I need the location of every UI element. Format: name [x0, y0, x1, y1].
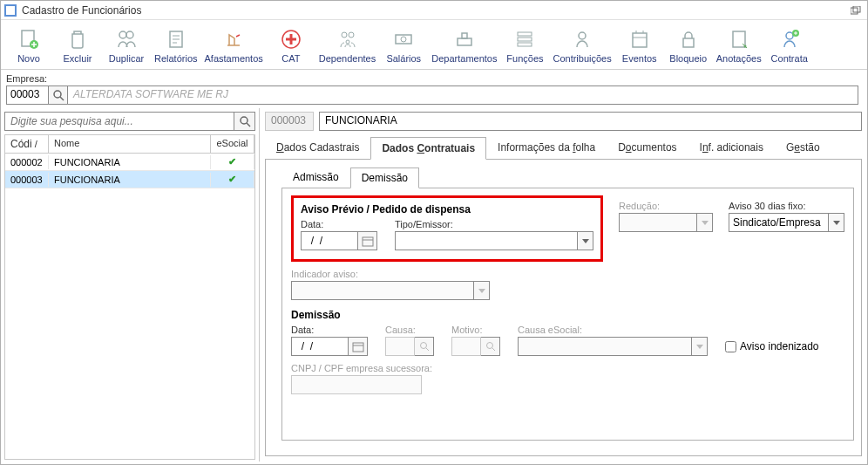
causa-label: Causa: — [385, 325, 434, 335]
toolbar-relatorios[interactable]: Relatórios — [151, 25, 201, 65]
toolbar-bloqueio[interactable]: Bloqueio — [664, 25, 713, 65]
window-restore-button[interactable] — [848, 4, 864, 17]
calendar-icon[interactable] — [358, 231, 377, 250]
employee-search-button[interactable] — [234, 112, 255, 131]
toolbar-dependentes[interactable]: Dependentes — [315, 25, 379, 65]
row-esocial-check-icon: ✔ — [211, 154, 254, 169]
subtab-admissao[interactable]: Admissão — [281, 167, 350, 188]
toolbar-eventos[interactable]: Eventos — [615, 25, 664, 65]
empresa-label: Empresa: — [6, 73, 862, 84]
aviso30-combo[interactable] — [729, 213, 829, 232]
sub-panel: Aviso Prévio / Pedido de dispensa Data: — [281, 188, 854, 441]
reducao-label: Redução: — [619, 201, 713, 211]
dropdown-icon[interactable] — [578, 231, 593, 250]
tab-dados-cadastrais[interactable]: Dados Cadastrais — [265, 136, 370, 159]
tab-panel: Admissão Demissão Aviso Prévio / Pedido … — [265, 159, 862, 456]
app-icon — [4, 4, 17, 17]
aviso-indenizado-checkbox[interactable] — [725, 341, 736, 352]
toolbar-funcoes[interactable]: Funções — [500, 25, 549, 65]
table-row[interactable]: 000003 FUNCIONARIA ✔ — [5, 171, 254, 188]
toolbar: Novo Excluir Duplicar Relatórios Afastam… — [1, 20, 867, 70]
toolbar-salarios[interactable]: Salários — [379, 25, 428, 65]
toolbar-departamentos[interactable]: Departamentos — [428, 25, 500, 65]
row-esocial-check-icon: ✔ — [211, 172, 254, 187]
tab-informacoes-folha[interactable]: Informações da folha — [486, 136, 607, 159]
toolbar-label: Bloqueio — [669, 53, 707, 64]
aviso-tipo-label: Tipo/Emissor: — [395, 219, 593, 229]
empresa-name-display: ALTERDATA SOFTWARE ME RJ — [68, 86, 858, 104]
aviso-data-input[interactable] — [301, 231, 358, 250]
toolbar-contribuicoes[interactable]: Contribuições — [549, 25, 614, 65]
svg-rect-16 — [462, 33, 467, 38]
reducao-combo — [619, 213, 697, 232]
toolbar-label: Excluir — [63, 53, 92, 64]
svg-point-28 — [241, 117, 248, 124]
toolbar-novo[interactable]: Novo — [4, 25, 53, 65]
toolbar-label: Novo — [17, 53, 40, 64]
toolbar-anotacoes[interactable]: Anotações — [713, 25, 765, 65]
toolbar-label: Anotações — [716, 53, 762, 64]
causa-esocial-label: Causa eSocial: — [518, 325, 708, 335]
toolbar-duplicar[interactable]: Duplicar — [102, 25, 151, 65]
empresa-box: 00003 ALTERDATA SOFTWARE ME RJ — [6, 85, 858, 105]
motivo-label: Motivo: — [451, 325, 500, 335]
delete-icon — [65, 27, 90, 51]
svg-point-20 — [579, 32, 586, 39]
dropdown-icon[interactable] — [829, 213, 844, 232]
employee-search-input[interactable] — [4, 112, 234, 131]
subtab-demissao[interactable]: Demissão — [350, 168, 419, 188]
svg-rect-19 — [518, 43, 532, 46]
toolbar-cat[interactable]: CAT — [267, 25, 315, 65]
tab-dados-contratuais[interactable]: Dados Contratuais — [370, 137, 486, 160]
salaries-icon — [391, 27, 416, 51]
grid-header-codi[interactable]: Códi / — [5, 135, 49, 153]
svg-point-14 — [401, 37, 406, 42]
svg-rect-22 — [683, 38, 694, 47]
dependents-icon — [336, 27, 360, 51]
toolbar-label: Funções — [506, 53, 543, 64]
tab-inf-adicionais[interactable]: Inf. adicionais — [688, 136, 775, 159]
demissao-data-input[interactable] — [291, 337, 349, 356]
new-icon — [17, 27, 41, 51]
empresa-code-input[interactable]: 00003 — [7, 86, 49, 104]
toolbar-excluir[interactable]: Excluir — [53, 25, 102, 65]
aviso-tipo-combo[interactable] — [395, 231, 578, 250]
grid-header-nome[interactable]: Nome — [49, 135, 211, 153]
toolbar-label: Salários — [386, 53, 421, 64]
tab-documentos[interactable]: Documentos — [607, 136, 688, 159]
sub-tabs: Admissão Demissão — [281, 167, 854, 188]
aviso-section-title: Aviso Prévio / Pedido de dispensa — [301, 203, 593, 215]
grid-header-esocial[interactable]: eSocial — [211, 135, 254, 153]
departments-icon — [452, 27, 477, 51]
table-row[interactable]: 000002 FUNCIONARIA ✔ — [5, 154, 254, 171]
aviso-data-label: Data: — [301, 219, 377, 229]
cnpj-label: CNPJ / CPF empresa sucessora: — [291, 363, 844, 373]
svg-rect-3 — [853, 6, 860, 12]
svg-rect-21 — [633, 33, 647, 47]
aviso30-label: Aviso 30 dias fixo: — [729, 201, 844, 211]
toolbar-afastamentos[interactable]: Afastamentos — [201, 25, 267, 65]
selected-name-input[interactable]: FUNCIONARIA — [319, 112, 862, 131]
tab-gestao[interactable]: Gestão — [775, 136, 831, 159]
demissao-data-label: Data: — [291, 325, 368, 335]
left-pane: Códi / Nome eSocial 000002 FUNCIONARIA ✔… — [1, 108, 260, 462]
toolbar-contratacao[interactable]: Contrata — [765, 25, 814, 65]
functions-icon — [512, 27, 537, 51]
events-icon — [627, 27, 652, 51]
empresa-search-button[interactable] — [49, 86, 68, 104]
reports-icon — [164, 27, 188, 51]
aviso-indenizado-label: Aviso indenizado — [740, 340, 819, 352]
svg-point-25 — [786, 32, 793, 39]
svg-point-31 — [420, 343, 426, 349]
svg-point-6 — [119, 31, 126, 38]
svg-rect-1 — [6, 6, 15, 15]
empresa-row: Empresa: 00003 ALTERDATA SOFTWARE ME RJ — [1, 70, 867, 108]
dropdown-icon — [697, 213, 713, 232]
svg-rect-29 — [363, 237, 373, 246]
row-codi: 000003 — [5, 173, 49, 187]
svg-point-7 — [126, 31, 133, 38]
calendar-icon[interactable] — [349, 337, 368, 356]
window-title: Cadastro de Funcionários — [22, 4, 141, 17]
row-nome: FUNCIONARIA — [49, 173, 211, 187]
toolbar-label: Afastamentos — [205, 53, 263, 64]
